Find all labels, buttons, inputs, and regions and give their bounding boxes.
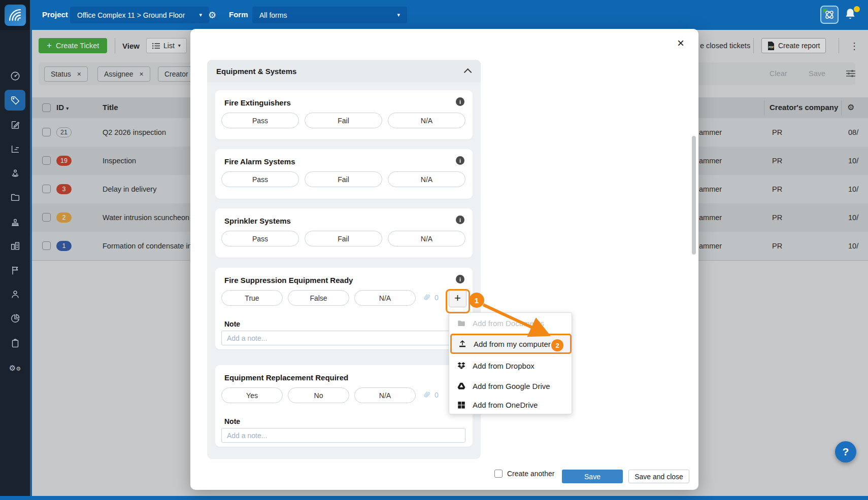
option-pass[interactable]: Pass [221, 231, 299, 246]
filters-save-button[interactable]: Save [809, 69, 825, 78]
sidebar-item-files[interactable] [5, 187, 25, 207]
ticket-title[interactable]: Delay in delivery [103, 185, 156, 193]
create-ticket-button[interactable]: + Create Ticket [39, 38, 107, 53]
form-selector[interactable]: All forms ▾ [252, 7, 407, 23]
sidebar-item-tasks[interactable] [5, 333, 25, 353]
closed-tickets-toggle-label[interactable]: e closed tickets [700, 42, 750, 50]
option-fail[interactable]: Fail [305, 171, 382, 187]
sidebar-item-flags[interactable] [5, 260, 25, 280]
row-checkbox[interactable] [42, 128, 51, 136]
ticket-title[interactable]: Water intrusion scuncheon [103, 213, 189, 222]
field-card-sprinkler-systems: Sprinkler Systems i Pass Fail N/A [215, 208, 473, 258]
sidebar-item-analytics[interactable] [5, 308, 25, 329]
svg-text:PDF: PDF [769, 46, 774, 49]
attachments-indicator[interactable]: 0 [422, 293, 439, 302]
filter-chip-status[interactable]: Status × [44, 66, 88, 82]
option-pass[interactable]: Pass [221, 171, 299, 187]
note-input[interactable] [221, 428, 465, 443]
option-na[interactable]: N/A [388, 171, 465, 187]
modal-scrollbar-thumb[interactable] [692, 136, 696, 255]
select-all-checkbox[interactable] [42, 103, 51, 112]
create-another-option[interactable]: Create another [494, 470, 554, 478]
column-header-id[interactable]: ID ▾ [56, 103, 69, 112]
option-true[interactable]: True [221, 290, 283, 306]
option-false[interactable]: False [288, 290, 349, 306]
overflow-menu-button[interactable]: ⋮ [850, 41, 859, 51]
create-report-label: Create report [778, 42, 820, 50]
sidebar-item-dashboard[interactable] [5, 65, 25, 86]
project-selector[interactable]: Office Complex 11 > Ground Floor ▾ [70, 7, 209, 23]
info-icon[interactable]: i [456, 156, 464, 165]
create-another-checkbox[interactable] [494, 470, 503, 478]
column-header-creators-company[interactable]: Creator's company [770, 103, 838, 112]
notifications-button[interactable] [844, 7, 859, 24]
ticket-title[interactable]: Inspection [103, 157, 136, 165]
menu-item-add-from-google-drive[interactable]: Add from Google Drive [449, 376, 572, 396]
row-checkbox[interactable] [42, 213, 51, 222]
sidebar-item-people[interactable] [5, 283, 25, 304]
option-na[interactable]: N/A [388, 231, 465, 246]
note-label: Note [224, 417, 240, 425]
logo-icon [5, 5, 26, 26]
field-label: Sprinkler Systems [224, 217, 291, 225]
save-button[interactable]: Save [562, 470, 623, 483]
project-settings-gear-icon[interactable]: ⚙ [208, 10, 216, 20]
add-attachment-button[interactable]: + [449, 289, 466, 307]
option-fail[interactable]: Fail [305, 113, 382, 128]
ticket-id-badge: 1 [56, 241, 72, 251]
sidebar-item-approvals[interactable] [5, 211, 25, 232]
close-icon[interactable]: × [140, 70, 144, 78]
info-icon[interactable]: i [456, 216, 464, 224]
sidebar-item-forms[interactable] [5, 114, 25, 135]
option-pass[interactable]: Pass [221, 113, 299, 128]
menu-item-add-from-dropbox[interactable]: Add from Dropbox [449, 355, 572, 376]
table-settings-gear-icon[interactable]: ⚙ [847, 102, 854, 112]
filters-clear-button[interactable]: Clear [770, 69, 787, 78]
chevron-down-icon: ▾ [397, 12, 400, 18]
save-and-close-button[interactable]: Save and close [628, 470, 689, 483]
option-na[interactable]: N/A [354, 387, 416, 403]
filter-chip-label: Creator [164, 70, 188, 78]
option-na[interactable]: N/A [388, 113, 465, 128]
ticket-title[interactable]: Formation of condensate in w [103, 242, 199, 250]
note-input[interactable] [221, 331, 465, 345]
row-checkbox[interactable] [42, 241, 51, 250]
field-card-fire-extinguishers: Fire Extinguishers i Pass Fail N/A [215, 90, 473, 139]
menu-item-add-from-my-computer[interactable]: Add from my computer 2 [450, 334, 572, 354]
column-header-title[interactable]: Title [103, 103, 118, 112]
close-icon[interactable]: × [677, 37, 684, 49]
row-checkbox[interactable] [42, 185, 51, 193]
field-card-fire-suppression-equipment-ready: Fire Suppression Equipment Ready i True … [215, 268, 473, 349]
sidebar-item-tags[interactable] [5, 90, 25, 111]
attachments-count: 0 [435, 294, 439, 302]
atom-icon [823, 9, 836, 21]
person-icon [10, 289, 21, 300]
info-icon[interactable]: i [456, 97, 464, 106]
app-logo[interactable] [0, 0, 30, 30]
apps-switcher-button[interactable] [820, 6, 839, 24]
create-report-button[interactable]: PDF Create report [761, 38, 826, 53]
sidebar-item-reports[interactable] [5, 138, 25, 159]
field-label: Fire Suppression Equipment Ready [224, 276, 353, 284]
sidebar-item-companies[interactable] [5, 235, 25, 256]
option-yes[interactable]: Yes [221, 387, 283, 403]
sidebar-item-locations[interactable] [5, 162, 25, 183]
section-header[interactable]: Equipment & Systems [207, 60, 481, 82]
filter-sliders-icon[interactable] [846, 68, 856, 79]
help-button[interactable]: ? [835, 441, 856, 462]
view-mode-selector[interactable]: List ▾ [146, 38, 187, 53]
ticket-creator: ammer [699, 157, 722, 165]
filter-chip-assignee[interactable]: Assignee × [97, 66, 150, 82]
row-checkbox[interactable] [42, 156, 51, 165]
option-fail[interactable]: Fail [305, 231, 382, 246]
attachments-indicator[interactable]: 0 [422, 390, 439, 400]
ticket-title[interactable]: Q2 2026 inspection [103, 128, 166, 136]
close-icon[interactable]: × [77, 70, 81, 78]
option-no[interactable]: No [288, 387, 349, 403]
option-na[interactable]: N/A [354, 290, 416, 306]
ticket-company: PR [772, 128, 782, 136]
buildings-icon [10, 240, 21, 252]
sidebar-item-settings[interactable]: ⚙⚙ [5, 358, 25, 378]
info-icon[interactable]: i [456, 275, 464, 283]
menu-item-add-from-onedrive[interactable]: Add from OneDrive [449, 395, 572, 415]
